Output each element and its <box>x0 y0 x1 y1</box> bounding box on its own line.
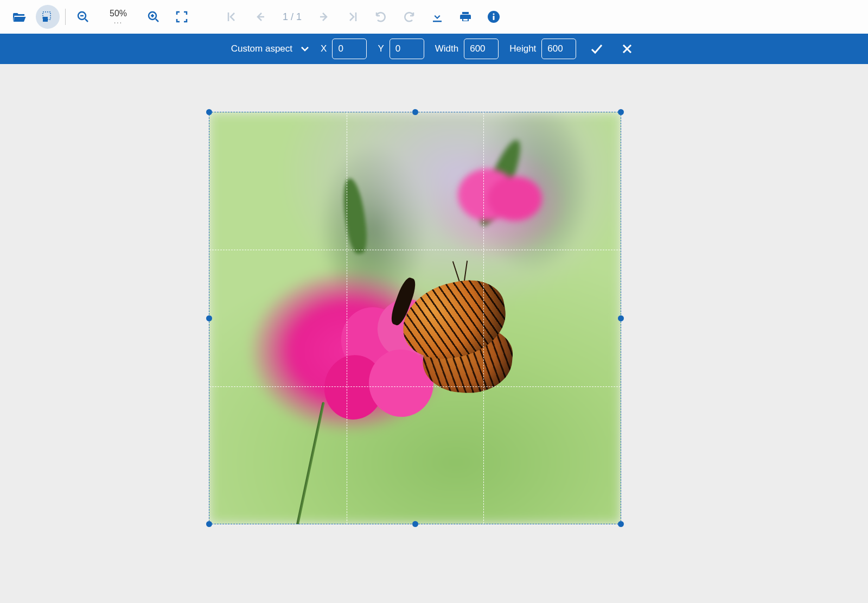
first-page-button[interactable] <box>220 5 244 29</box>
width-label: Width <box>435 43 458 54</box>
crop-tool-button[interactable] <box>36 5 60 29</box>
y-input[interactable] <box>390 39 424 59</box>
aspect-ratio-select[interactable]: Custom aspect <box>231 43 310 54</box>
crop-handle-bottom-center[interactable] <box>412 521 418 527</box>
print-button[interactable] <box>454 5 477 29</box>
width-field: Width <box>435 39 499 59</box>
image-content <box>209 112 621 524</box>
zoom-in-button[interactable] <box>142 5 165 29</box>
crop-handle-top-center[interactable] <box>412 109 418 115</box>
aspect-label: Custom aspect <box>231 43 292 54</box>
info-button[interactable] <box>482 5 506 29</box>
crop-handle-middle-right[interactable] <box>618 315 624 321</box>
x-label: X <box>321 43 327 54</box>
zoom-out-button[interactable] <box>71 5 95 29</box>
last-page-button[interactable] <box>341 5 365 29</box>
close-icon <box>621 43 633 55</box>
y-label: Y <box>378 43 384 54</box>
chevron-down-icon <box>300 44 310 54</box>
zoom-more-dots: ... <box>99 18 137 24</box>
fullscreen-icon <box>176 11 188 23</box>
svg-point-10 <box>493 13 494 15</box>
x-field: X <box>321 39 367 59</box>
prev-page-button[interactable] <box>248 5 272 29</box>
arrow-left-icon <box>254 11 266 23</box>
image-frame[interactable] <box>209 112 621 524</box>
zoom-in-icon <box>147 10 160 23</box>
fullscreen-button[interactable] <box>170 5 194 29</box>
y-field: Y <box>378 39 424 59</box>
undo-icon <box>374 10 387 23</box>
arrow-right-icon <box>318 11 330 23</box>
first-arrow-icon <box>226 11 238 23</box>
svg-line-3 <box>85 19 88 22</box>
svg-line-6 <box>156 19 158 22</box>
height-label: Height <box>509 43 536 54</box>
cancel-crop-button[interactable] <box>617 39 637 59</box>
check-icon <box>590 42 604 56</box>
height-input[interactable] <box>541 39 576 59</box>
print-icon <box>459 10 472 23</box>
main-toolbar: 50% ... 1 / 1 <box>0 0 868 34</box>
zoom-percent: 50% <box>99 9 137 18</box>
crop-handle-top-right[interactable] <box>618 109 624 115</box>
crop-handle-top-left[interactable] <box>206 109 212 115</box>
width-input[interactable] <box>464 39 499 59</box>
download-button[interactable] <box>425 5 449 29</box>
crop-icon <box>41 10 54 23</box>
svg-rect-1 <box>43 17 48 22</box>
download-icon <box>431 11 443 23</box>
redo-icon <box>403 10 416 23</box>
crop-handle-middle-left[interactable] <box>206 315 212 321</box>
next-page-button[interactable] <box>312 5 336 29</box>
zoom-out-icon <box>76 10 90 23</box>
page-indicator: 1 / 1 <box>276 11 308 23</box>
undo-button[interactable] <box>369 5 393 29</box>
last-arrow-icon <box>347 11 359 23</box>
redo-button[interactable] <box>397 5 421 29</box>
canvas-area[interactable] <box>0 64 868 603</box>
crop-options-bar: Custom aspect X Y Width Height <box>0 34 868 64</box>
svg-rect-11 <box>493 16 495 20</box>
crop-handle-bottom-right[interactable] <box>618 521 624 527</box>
info-icon <box>487 10 500 23</box>
open-file-button[interactable] <box>8 5 31 29</box>
height-field: Height <box>509 39 576 59</box>
x-input[interactable] <box>332 39 367 59</box>
zoom-level[interactable]: 50% ... <box>99 9 137 24</box>
folder-open-icon <box>12 11 27 23</box>
apply-crop-button[interactable] <box>587 39 607 59</box>
crop-handle-bottom-left[interactable] <box>206 521 212 527</box>
divider <box>65 9 66 25</box>
